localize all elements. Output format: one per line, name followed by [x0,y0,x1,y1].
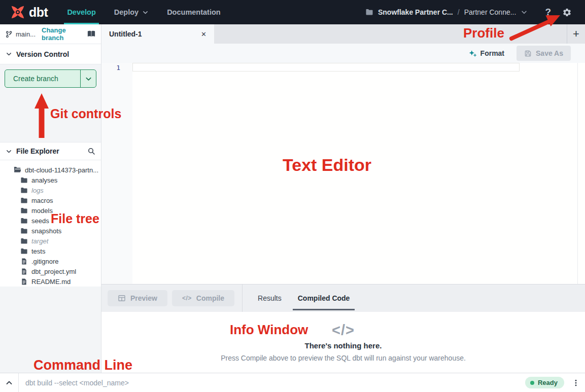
file-tree-folder[interactable]: logs [0,185,101,195]
file-tree-root[interactable]: dbt-cloud-114373-partn... [0,165,101,175]
file-explorer-header[interactable]: File Explorer [0,142,101,160]
file-explorer-title: File Explorer [16,147,59,155]
command-input[interactable] [19,379,525,387]
sparkle-icon [468,49,477,58]
project-name: Partner Conne... [464,8,517,16]
tab-close-button[interactable]: ✕ [201,30,207,38]
nav-documentation-label: Documentation [167,8,221,16]
annotation-file-tree: File tree [51,212,99,225]
file-tree-label: dbt-cloud-114373-partn... [25,166,98,174]
file-tree-folder[interactable]: macros [0,195,101,205]
file-tree-label: seeds [31,217,49,225]
chevron-down-icon[interactable] [6,148,12,155]
main-area: Untitled-1 ✕ + Format Save As 1 [101,24,585,373]
file-tree-file[interactable]: README.md [0,276,101,287]
book-icon [87,29,96,39]
preview-label: Preview [130,294,157,302]
folder-icon [20,187,28,194]
help-button[interactable]: ? [545,7,551,18]
editor-scrollbar-track[interactable] [577,63,578,284]
file-tree-label: snapshots [31,227,61,235]
compile-label: Compile [196,294,224,302]
command-bar: Ready [0,373,585,392]
file-icon [20,258,28,265]
chevron-down-icon[interactable] [6,51,12,57]
chevron-up-icon [5,379,13,387]
file-tree-file[interactable]: dbt_project.yml [0,266,101,276]
create-branch-label[interactable]: Create branch [5,70,80,87]
line-number-gutter: 1 [101,63,132,284]
tab-title: Untitled-1 [109,30,142,38]
file-tree-folder[interactable]: snapshots [0,226,101,236]
tabbar-spacer [214,24,567,44]
file-icon [20,278,28,286]
save-as-label: Save As [536,49,563,57]
kebab-menu-icon [572,379,580,387]
annotation-git-controls: Git controls [50,107,121,120]
create-branch-dropdown[interactable] [80,70,96,87]
save-as-button[interactable]: Save As [517,46,571,61]
file-tree-label: dbt_project.yml [31,268,76,275]
compile-button[interactable]: </> Compile [172,290,234,306]
active-line-highlight[interactable] [132,63,520,72]
project-breadcrumb[interactable]: Snowflake Partner C... / Partner Conne..… [365,8,528,16]
folder-icon [20,197,28,204]
panel-divider [242,284,243,312]
status-badge: Ready [525,377,564,388]
info-window: </> There's nothing here. Press Compile … [101,312,585,373]
folder-icon [20,227,28,235]
floppy-disk-icon [524,50,532,57]
file-tree-folder[interactable]: tests [0,246,101,256]
editor-tab-bar: Untitled-1 ✕ + [101,24,585,44]
file-tree-label: .gitignore [31,258,58,265]
file-tree-file[interactable]: .gitignore [0,256,101,266]
sidebar: main... Change branch Version Control Cr… [0,24,101,373]
docs-book-button[interactable] [87,29,96,39]
change-branch-link[interactable]: Change branch [42,26,87,42]
file-tree-label: models [31,207,53,215]
tab-results[interactable]: Results [250,284,290,312]
dbt-cloud-ide: dbt Develop Deploy Documentation Snowfla… [0,0,585,392]
bottom-panel-header: Preview </> Compile Results Compiled Cod… [101,284,585,312]
file-tree-label: analyses [31,176,57,184]
annotation-command-line: Command Line [33,358,132,372]
ready-label: Ready [538,379,558,386]
search-icon [87,147,95,155]
preview-button[interactable]: Preview [108,290,167,306]
settings-gear-button[interactable] [562,8,572,17]
git-branch-icon [5,30,13,38]
empty-state-title: There's nothing here. [305,341,382,350]
format-button[interactable]: Format [468,49,504,58]
chevron-down-icon [85,75,92,83]
file-tree-label: README.md [31,278,71,286]
nav-develop[interactable]: Develop [67,0,95,24]
file-tree-label: target [31,237,48,245]
tab-compiled-code[interactable]: Compiled Code [290,284,358,312]
expand-command-bar-button[interactable] [0,373,19,392]
version-control-title: Version Control [16,50,69,58]
dbt-logo-icon [10,5,25,20]
create-branch-button[interactable]: Create branch [5,69,96,88]
command-menu-button[interactable] [572,379,580,387]
format-label: Format [480,49,504,57]
ready-dot-icon [530,381,534,385]
file-icon [20,268,28,275]
annotation-profile: Profile [463,26,504,40]
file-tree-folder[interactable]: analyses [0,175,101,185]
gear-icon [562,8,572,17]
tab-untitled-1[interactable]: Untitled-1 ✕ [101,24,214,44]
file-tree-folder[interactable]: target [0,236,101,246]
annotation-text-editor: Text Editor [283,156,371,174]
nav-documentation[interactable]: Documentation [167,0,221,24]
folder-icon [20,217,28,225]
current-branch: main... [16,30,36,38]
dbt-logo[interactable]: dbt [10,5,48,20]
chevron-down-icon [142,9,149,16]
branch-bar: main... Change branch [0,24,101,44]
nav-deploy[interactable]: Deploy [114,0,149,24]
file-search-button[interactable] [87,147,95,155]
file-tree-label: logs [31,187,44,194]
code-icon: </> [182,295,192,302]
new-tab-button[interactable]: + [567,24,585,44]
version-control-header[interactable]: Version Control [0,44,101,64]
